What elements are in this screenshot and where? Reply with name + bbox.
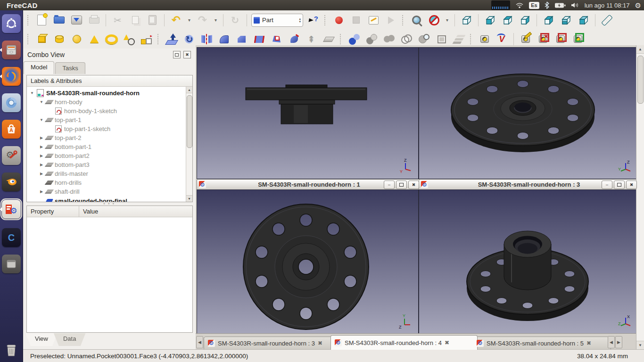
measure-toggle-delta-button[interactable]: [570, 32, 585, 47]
chamfer-button[interactable]: [234, 32, 249, 47]
fillet-button[interactable]: [217, 32, 231, 47]
viewport-top-canvas[interactable]: Y Z: [197, 190, 418, 333]
tab-scroll-right-button[interactable]: ▶: [615, 336, 622, 348]
launcher-item-ubuntu-software[interactable]: A: [2, 120, 21, 139]
minimize-button[interactable]: –: [384, 181, 395, 189]
shape-from-mesh-button[interactable]: [434, 32, 449, 47]
redo-button[interactable]: ↷: [195, 13, 210, 27]
tree-row[interactable]: ▶ bottom-part3: [27, 160, 90, 169]
fit-all-button[interactable]: [409, 13, 424, 27]
primitives-button[interactable]: ▸: [139, 32, 154, 47]
refresh-button[interactable]: ↻: [228, 13, 242, 27]
tree-scrollbar[interactable]: ▲ ▼: [186, 87, 192, 202]
tree-row[interactable]: ▶ top-part-2: [27, 133, 81, 142]
cut-boolean-button[interactable]: [364, 32, 379, 47]
view-front-button[interactable]: [483, 13, 497, 27]
wifi-icon[interactable]: [515, 2, 524, 8]
viewport-top[interactable]: Y Z: [197, 189, 419, 334]
macro-edit-button[interactable]: [366, 13, 381, 27]
tree-row[interactable]: horn-body-1-sketch: [27, 107, 117, 115]
cut-button[interactable]: ✂: [110, 13, 125, 27]
mdi-window-titlebar-1[interactable]: ⚙ SM-S4303R-small-rounded-horn : 1 – ✖: [197, 179, 421, 190]
sphere-button[interactable]: [69, 32, 84, 47]
section-button[interactable]: [417, 32, 431, 47]
scroll-up-arrow[interactable]: ▲: [636, 45, 644, 54]
measure-distance-button[interactable]: [600, 13, 614, 27]
document-tab-3[interactable]: ⚙ SM-S4303R-small-rounded-horn : 3 ✖: [204, 337, 336, 350]
launcher-item-cura[interactable]: C: [2, 228, 21, 247]
workbench-selector[interactable]: Part ▴▾: [251, 14, 303, 27]
expander-icon[interactable]: ▼: [39, 100, 44, 104]
macro-record-button[interactable]: [331, 13, 346, 27]
shape-builder-button[interactable]: [122, 32, 136, 47]
view-left-button[interactable]: [576, 13, 591, 27]
tab-model[interactable]: Model: [24, 61, 54, 74]
union-button[interactable]: [382, 32, 396, 47]
cylinder-button[interactable]: [52, 32, 66, 47]
macro-stop-button[interactable]: [349, 13, 363, 27]
save-button[interactable]: [69, 13, 84, 27]
expander-icon[interactable]: ▶: [39, 145, 44, 149]
scroll-down-arrow[interactable]: ▼: [636, 341, 644, 349]
expander-icon[interactable]: ▼: [39, 118, 44, 122]
expander-icon[interactable]: ▶: [39, 172, 44, 176]
viewport-isometric-2-canvas[interactable]: X Z: [419, 190, 636, 333]
measure-clear-all-button[interactable]: [536, 32, 550, 47]
cone-button[interactable]: [87, 32, 101, 47]
view-rear-button[interactable]: [541, 13, 556, 27]
thickness-button[interactable]: [322, 32, 336, 47]
launcher-item-ubuntu-dash[interactable]: [2, 14, 21, 33]
close-panel-button[interactable]: ✖: [183, 51, 191, 58]
loft-button[interactable]: [269, 32, 284, 47]
measure-angular-button[interactable]: V: [495, 32, 509, 47]
toolbar-drag-handle[interactable]: [27, 34, 31, 44]
system-monitor-indicator[interactable]: [491, 0, 510, 10]
tree-row[interactable]: ▶ shaft-drill: [27, 187, 80, 196]
measure-refresh-button[interactable]: [518, 32, 533, 47]
ruled-surface-button[interactable]: [252, 32, 266, 47]
clock[interactable]: lun ago 11 08:17: [585, 2, 630, 9]
tree-row[interactable]: top-part-1-sketch: [27, 124, 110, 133]
tree-row[interactable]: ▼ SM-S4303R-small-rounded-horn: [27, 89, 140, 98]
viewport-isometric[interactable]: Z Y: [419, 47, 636, 179]
measure-linear-button[interactable]: [477, 32, 492, 47]
tree-row[interactable]: ▼ horn-body: [27, 98, 83, 107]
revolve-button[interactable]: ↻: [182, 32, 197, 47]
measure-toggle-all-button[interactable]: [553, 32, 568, 47]
sweep-button[interactable]: [287, 32, 301, 47]
toolbar-drag-handle[interactable]: [340, 34, 343, 44]
expander-icon[interactable]: ▼: [30, 91, 34, 95]
launcher-item-files[interactable]: [2, 41, 21, 59]
print-button[interactable]: [87, 13, 101, 27]
tree-row[interactable]: ▶ bottom-part-1: [27, 142, 91, 151]
new-document-button[interactable]: [34, 13, 49, 27]
viewport-front[interactable]: Z Y: [197, 47, 419, 179]
open-button[interactable]: [52, 13, 66, 27]
launcher-item-firefox[interactable]: [2, 67, 21, 86]
viewport-isometric-canvas[interactable]: Z Y: [419, 48, 636, 179]
launcher-item-freecad[interactable]: ⚙: [2, 200, 21, 219]
volume-icon[interactable]: [571, 2, 579, 8]
maximize-button[interactable]: [614, 181, 625, 189]
view-axonometric-button[interactable]: [459, 13, 474, 27]
launcher-item-chromium[interactable]: [2, 93, 21, 112]
property-column-header[interactable]: Property: [27, 206, 79, 217]
launcher-item-blender[interactable]: [2, 173, 21, 191]
toolbar-drag-handle[interactable]: [157, 34, 161, 44]
mirror-button[interactable]: [199, 32, 214, 47]
maximize-button[interactable]: [396, 181, 407, 189]
document-tab-5[interactable]: ⚙ SM-S4303R-small-rounded-horn : 5 ✖: [472, 337, 611, 350]
tree-row[interactable]: ▶ drills-master: [27, 169, 88, 178]
copy-button[interactable]: [128, 13, 142, 27]
tab-view[interactable]: View: [25, 333, 58, 346]
macro-play-button[interactable]: [384, 13, 398, 27]
keyboard-layout-indicator[interactable]: Es: [529, 2, 539, 9]
tree-row[interactable]: ▶ bottom-part2: [27, 151, 90, 160]
whats-this-button[interactable]: ?: [306, 13, 321, 27]
close-button[interactable]: ✖: [408, 181, 419, 189]
draw-style-button[interactable]: [427, 13, 441, 27]
document-tab-4[interactable]: ⚙ SM-S4303R-small-rounded-horn : 4 ✖: [330, 335, 478, 350]
scroll-up-arrow[interactable]: ▲: [186, 87, 192, 93]
tree-row[interactable]: ▼ top-part-1: [27, 115, 81, 124]
tab-close-icon[interactable]: ✖: [318, 340, 322, 346]
